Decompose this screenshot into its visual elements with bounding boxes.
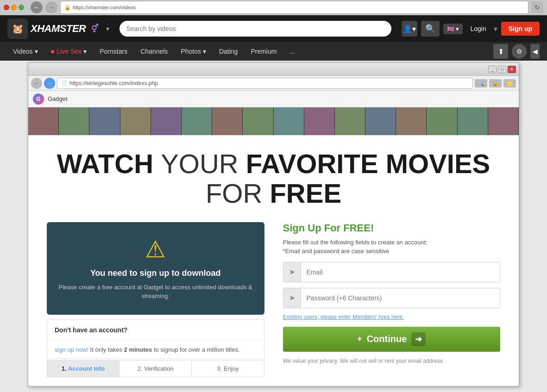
movie-banner [28,107,519,135]
movie-thumb-3 [89,107,120,135]
step-3-label: Enjoy [224,365,239,372]
browser-url-bar[interactable]: 🔒 https://xhamster.com/videos [60,1,528,14]
signup-now-link[interactable]: sign up now! [55,346,88,353]
browser-forward-btn[interactable]: → [45,1,57,13]
collapse-btn[interactable]: ◀ [530,44,540,59]
continue-btn[interactable]: + Continue ➜ [283,327,501,352]
browser-back-btn[interactable]: ← [31,1,43,13]
movie-thumb-12 [365,107,396,135]
xhamster-logo[interactable]: 🐹 XHAMSTER [7,19,86,39]
existing-users-link[interactable]: Existing users, please enter Members' Ar… [283,314,501,320]
hero-title: WATCH YOUR FAVORITE MOVIES FOR FREE [47,149,500,208]
hero-free: FREE [270,178,341,208]
inner-browser: _ □ ✕ ← → 📄 https://einlegesohle.com/ind… [28,62,519,386]
hero-line1: WATCH YOUR FAVORITE MOVIES [47,149,500,179]
movie-thumb-14 [427,107,457,135]
nav-channels[interactable]: Channels [135,45,173,58]
nav-more[interactable]: ... [284,45,301,58]
nav-videos[interactable]: Videos ▾ [7,45,44,58]
login-btn[interactable]: Login [466,23,490,34]
gadget-logo: G [33,93,44,105]
xhamster-nav: Videos ▾ Live Sex ▾ Pornstars Channels P… [0,42,547,61]
inner-minimize-btn[interactable]: _ [488,66,497,73]
password-input[interactable] [301,290,500,306]
movie-thumb-2 [59,107,89,135]
settings-btn[interactable]: ⚙ [512,44,527,59]
warning-box: ⚠ You need to sign up to download Please… [47,222,264,315]
movie-thumb-5 [151,107,182,135]
live-dot [51,50,54,53]
inner-browser-titlebar: _ □ ✕ [28,63,519,76]
hero-your: YOUR [161,149,246,179]
inner-lock-btn[interactable]: 🔒 [489,79,502,87]
maximize-window-btn[interactable] [19,5,24,10]
user-menu-btn[interactable]: 👤▾ [402,21,417,37]
email-icon: ➤ [283,262,301,282]
account-header: Don't have an account? [47,320,264,341]
gadget-label: Gadget [48,95,68,102]
hero-for: FOR [206,178,270,208]
warning-desc: Please create a free account at Gadget t… [58,283,253,301]
inner-search-btn[interactable]: 🔍 [475,79,487,87]
xhamster-header: 🐹 XHAMSTER ⚥ ▾ 👤▾ 🔍 🇬🇧 ▾ Login ▾ Sign up [0,15,547,42]
movie-thumb-13 [396,107,427,135]
movie-thumb-9 [274,107,304,135]
search-input[interactable] [126,25,384,32]
password-icon: ➤ [283,288,301,308]
account-text: sign up now! It only takes 2 minutes to … [47,341,264,359]
gender-icon: ⚥ [91,24,99,34]
signup-title: Sign Up For FREE! [283,222,501,234]
language-btn[interactable]: 🇬🇧 ▾ [443,24,463,34]
nav-photos[interactable]: Photos ▾ [175,45,212,58]
email-input[interactable] [301,264,500,280]
inner-forward-btn[interactable]: → [44,78,55,89]
movie-thumb-16 [488,107,519,135]
right-column: Sign Up For FREE! Please fill out the fo… [283,222,501,365]
nav-premium[interactable]: Premium [245,45,282,58]
browser-reload-btn[interactable]: ↻ [531,1,543,13]
nav-dating[interactable]: Dating [214,45,243,58]
continue-arrow-icon: ➜ [411,332,426,346]
nav-live-sex[interactable]: Live Sex ▾ [45,45,93,58]
step-1[interactable]: 1. Account Info [47,361,119,377]
page-icon: 📄 [61,80,68,86]
inner-back-btn[interactable]: ← [31,78,42,89]
minimize-window-btn[interactable] [11,5,17,10]
movie-thumb-1 [28,107,59,135]
upload-btn[interactable]: ⬆ [493,44,508,59]
time-emphasis: 2 minutes [124,346,152,353]
nav-pornstars[interactable]: Pornstars [94,45,133,58]
movie-thumb-6 [182,107,212,135]
continue-plus-icon: + [357,334,362,344]
inner-star-btn[interactable]: ⭐ [503,79,516,87]
steps-bar: 1. Account Info 2. Verification 3. Enjoy [47,360,264,377]
gadget-toolbar: G Gadget [28,91,519,107]
email-field-container: ➤ [283,262,501,282]
signup-btn[interactable]: Sign up [501,22,540,36]
close-window-btn[interactable] [4,5,9,10]
browser-chrome: ← → 🔒 https://xhamster.com/videos ↻ [0,0,547,15]
step-2-label: Verification [144,365,174,372]
inner-url-bar[interactable]: 📄 https://einlegesohle.com/indexx.php [57,78,473,89]
step-3: 3. Enjoy [192,361,264,377]
movie-thumb-10 [304,107,335,135]
search-bar[interactable] [119,21,391,37]
browser-title-bar: ← → 🔒 https://xhamster.com/videos ↻ [0,0,547,15]
search-btn[interactable]: 🔍 [421,21,440,37]
movie-thumb-7 [212,107,243,135]
movie-thumb-4 [120,107,151,135]
left-column: ⚠ You need to sign up to download Please… [47,222,264,377]
hero-line2: FOR FREE [47,179,500,208]
warning-title: You need to sign up to download [58,268,253,278]
inner-close-btn[interactable]: ✕ [508,66,516,73]
gender-dropdown-btn[interactable]: ▾ [106,25,109,32]
main-content-area: WATCH YOUR FAVORITE MOVIES FOR FREE ⚠ Yo… [28,135,519,386]
inner-page-content: G Gadget WATCH YO [28,91,519,386]
header-buttons: 👤▾ 🔍 🇬🇧 ▾ Login ▾ Sign up [402,21,540,37]
inner-restore-btn[interactable]: □ [498,66,506,73]
step-1-link[interactable]: Account Info [68,365,105,372]
two-column-layout: ⚠ You need to sign up to download Please… [47,222,500,377]
signup-note: *Email and password are case sensitive [283,248,501,255]
login-arrow: ▾ [494,25,497,33]
account-box: Don't have an account? sign up now! It o… [47,319,264,359]
